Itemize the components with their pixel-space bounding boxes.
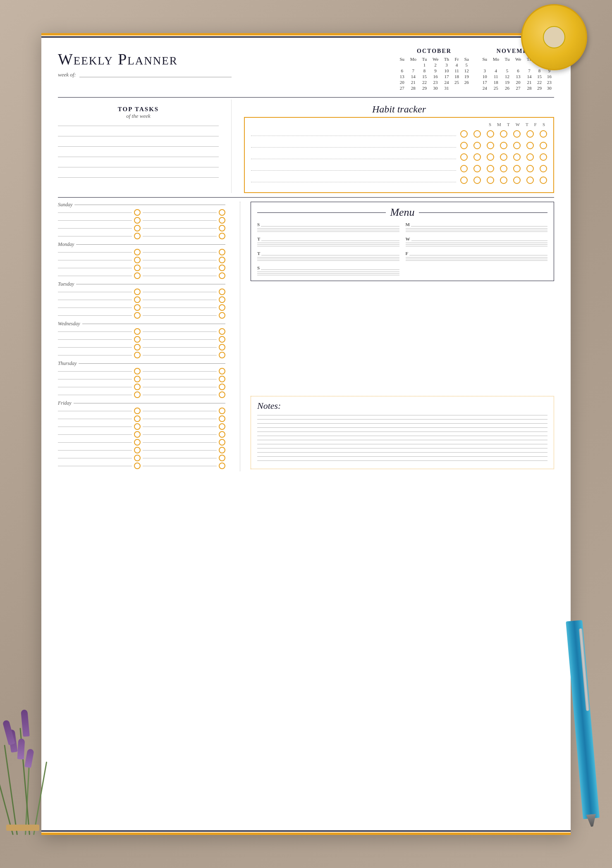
day-circle[interactable]	[219, 391, 225, 398]
day-circle[interactable]	[219, 352, 225, 358]
day-circle[interactable]	[219, 447, 225, 453]
day-circle[interactable]	[134, 289, 141, 295]
habit-circle[interactable]	[513, 165, 521, 172]
day-circle[interactable]	[134, 296, 141, 303]
day-circle[interactable]	[134, 391, 141, 398]
day-circle[interactable]	[134, 272, 141, 279]
day-circle[interactable]	[134, 217, 141, 224]
day-circle[interactable]	[134, 463, 141, 469]
habit-circle[interactable]	[540, 142, 547, 149]
habit-circle[interactable]	[500, 142, 507, 149]
day-circle[interactable]	[134, 439, 141, 446]
day-circle[interactable]	[134, 312, 141, 319]
habit-circle[interactable]	[460, 165, 468, 172]
day-circle[interactable]	[219, 312, 225, 319]
calendar-day: 11	[490, 74, 502, 79]
habit-circle[interactable]	[526, 130, 534, 138]
habit-circle[interactable]	[473, 142, 481, 149]
day-circle[interactable]	[219, 415, 225, 422]
habit-circle[interactable]	[526, 153, 534, 161]
day-circle[interactable]	[219, 296, 225, 303]
day-circle[interactable]	[134, 265, 141, 271]
habit-circle[interactable]	[540, 176, 547, 184]
calendar-day: 5	[461, 62, 471, 68]
habit-circle[interactable]	[500, 153, 507, 161]
habit-circle[interactable]	[513, 153, 521, 161]
calendar-day: 12	[502, 74, 512, 79]
day-circle[interactable]	[219, 257, 225, 263]
habit-circle[interactable]	[460, 176, 468, 184]
day-circle[interactable]	[219, 225, 225, 231]
day-circle[interactable]	[134, 423, 141, 430]
habit-circle[interactable]	[500, 176, 507, 184]
day-circle[interactable]	[134, 376, 141, 382]
habit-circle[interactable]	[460, 142, 468, 149]
day-row-line	[143, 220, 217, 221]
day-circle[interactable]	[134, 384, 141, 390]
day-circle[interactable]	[134, 328, 141, 335]
day-circle[interactable]	[134, 233, 141, 239]
day-circle[interactable]	[219, 439, 225, 446]
habit-circle[interactable]	[540, 153, 547, 161]
day-circle[interactable]	[134, 209, 141, 216]
day-circle[interactable]	[219, 408, 225, 414]
day-circle[interactable]	[219, 431, 225, 438]
habit-circle[interactable]	[460, 130, 468, 138]
habit-circle[interactable]	[526, 142, 534, 149]
day-circle[interactable]	[219, 376, 225, 382]
day-circle[interactable]	[219, 289, 225, 295]
day-circle[interactable]	[219, 265, 225, 271]
habit-circle[interactable]	[487, 142, 494, 149]
day-circle[interactable]	[134, 304, 141, 311]
day-circle[interactable]	[134, 408, 141, 414]
calendar-day: 18	[452, 74, 462, 79]
habit-circle[interactable]	[460, 153, 468, 161]
habit-circle[interactable]	[487, 153, 494, 161]
header-divider	[58, 97, 554, 98]
day-circle[interactable]	[219, 463, 225, 469]
day-circle[interactable]	[134, 447, 141, 453]
habit-circle[interactable]	[513, 176, 521, 184]
habit-circle[interactable]	[473, 153, 481, 161]
day-circle[interactable]	[134, 415, 141, 422]
habit-circle[interactable]	[487, 176, 494, 184]
habit-circle[interactable]	[526, 165, 534, 172]
day-circle[interactable]	[219, 423, 225, 430]
day-circle[interactable]	[134, 344, 141, 351]
day-circle[interactable]	[219, 368, 225, 374]
day-circle[interactable]	[219, 272, 225, 279]
day-circle[interactable]	[219, 336, 225, 343]
habit-rows	[251, 130, 547, 184]
habit-circle[interactable]	[500, 165, 507, 172]
day-circle[interactable]	[219, 233, 225, 239]
day-circle[interactable]	[134, 368, 141, 374]
day-circle[interactable]	[134, 336, 141, 343]
day-row-line	[143, 292, 217, 292]
habit-circle[interactable]	[513, 130, 521, 138]
day-circle[interactable]	[134, 257, 141, 263]
day-circle[interactable]	[134, 455, 141, 461]
day-circle[interactable]	[219, 249, 225, 255]
day-circle[interactable]	[134, 352, 141, 358]
day-circle[interactable]	[134, 249, 141, 255]
habit-circle[interactable]	[473, 130, 481, 138]
day-circle[interactable]	[219, 384, 225, 390]
habit-circle[interactable]	[513, 142, 521, 149]
day-circle[interactable]	[134, 431, 141, 438]
habit-circle[interactable]	[487, 130, 494, 138]
notes-line	[257, 452, 547, 453]
habit-circle[interactable]	[540, 165, 547, 172]
day-circle[interactable]	[134, 225, 141, 231]
habit-circle[interactable]	[500, 130, 507, 138]
habit-circle[interactable]	[473, 176, 481, 184]
day-circle[interactable]	[219, 209, 225, 216]
habit-circle[interactable]	[473, 165, 481, 172]
day-circle[interactable]	[219, 344, 225, 351]
day-circle[interactable]	[219, 455, 225, 461]
day-circle[interactable]	[219, 217, 225, 224]
habit-circle[interactable]	[526, 176, 534, 184]
habit-circle[interactable]	[487, 165, 494, 172]
habit-circle[interactable]	[540, 130, 547, 138]
day-circle[interactable]	[219, 328, 225, 335]
day-circle[interactable]	[219, 304, 225, 311]
